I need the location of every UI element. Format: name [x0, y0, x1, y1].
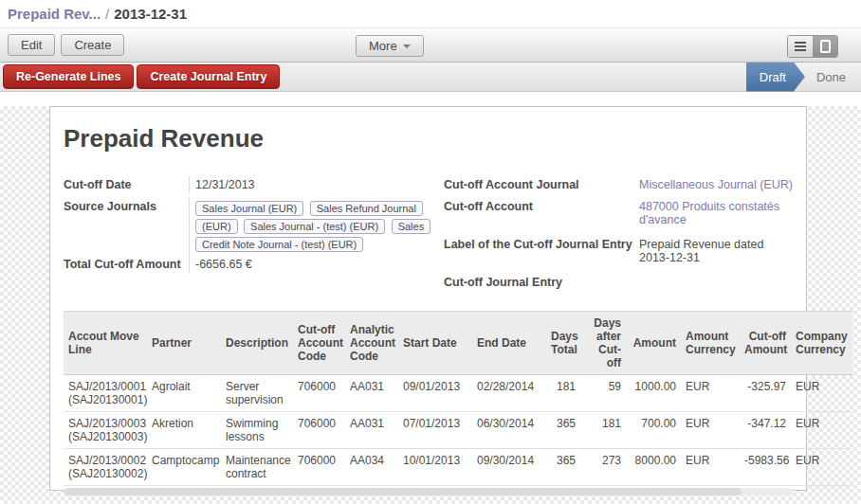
cutoff-account-journal-link[interactable]: Miscellaneous Journal (EUR): [639, 178, 793, 191]
cutoff-account-link[interactable]: 487000 Produits constatés d'avance: [639, 200, 779, 226]
cell[interactable]: 700.00: [626, 412, 681, 449]
list-view-button[interactable]: [788, 36, 813, 57]
cell[interactable]: 09/01/2013: [398, 375, 472, 412]
table-row[interactable]: SAJ/2013/0003 (SAJ20130003) Akretion Swi…: [64, 412, 852, 449]
form-group-left: Cut-off Date 12/31/2013 Source Journals …: [64, 176, 444, 296]
cutoff-account-label: Cut-off Account: [444, 198, 633, 213]
edit-button[interactable]: Edit: [8, 34, 55, 56]
form-view-button[interactable]: [813, 36, 837, 57]
cell[interactable]: -347.12: [740, 412, 791, 449]
cell[interactable]: 02/28/2014: [472, 375, 546, 412]
breadcrumb: Prepaid Rev... / 2013-12-31: [0, 0, 861, 27]
cell[interactable]: EUR: [791, 412, 852, 449]
create-button[interactable]: Create: [61, 34, 124, 56]
scrollbar-thumb[interactable]: [64, 488, 742, 495]
regenerate-lines-button[interactable]: Re-Generate Lines: [3, 64, 134, 89]
col-days-after-cutoff[interactable]: Days after Cut-off: [580, 312, 626, 375]
col-cutoff-amount[interactable]: Cut-off Amount: [740, 312, 791, 375]
breadcrumb-current: 2013-12-31: [114, 6, 187, 22]
stage-done[interactable]: Done: [805, 63, 861, 92]
cutoff-account-journal-label: Cut-off Account Journal: [444, 176, 633, 191]
toolbar: Edit Create More: [0, 27, 861, 63]
cell[interactable]: EUR: [791, 375, 852, 412]
entry-label-value: Prepaid Revenue dated 2013-12-31: [633, 236, 793, 266]
cell[interactable]: 59: [580, 375, 626, 412]
cell[interactable]: AA034: [345, 449, 398, 486]
cell[interactable]: 181: [580, 412, 626, 449]
cutoff-date-value: 12/31/2013: [189, 176, 444, 193]
col-end-date[interactable]: End Date: [472, 312, 546, 375]
cell[interactable]: 273: [580, 449, 626, 486]
cell[interactable]: 365: [546, 412, 580, 449]
more-dropdown-button[interactable]: More: [356, 35, 424, 57]
cell[interactable]: 706000: [293, 449, 345, 486]
cutoff-lines-table: Accout Move Line Partner Description Cut…: [64, 311, 793, 495]
journal-tag-list: Sales Journal (EUR) Sales Refund Journal…: [195, 202, 433, 251]
cell[interactable]: SAJ/2013/0002 (SAJ20130002): [64, 449, 147, 486]
stage-draft[interactable]: Draft: [746, 63, 805, 92]
create-journal-entry-button[interactable]: Create Journal Entry: [137, 64, 280, 89]
list-icon: [795, 42, 806, 51]
col-description[interactable]: Description: [221, 312, 293, 375]
cell[interactable]: Akretion: [147, 412, 221, 449]
cell[interactable]: -325.97: [740, 375, 791, 412]
field-source-journals: Source Journals Sales Journal (EUR) Sale…: [64, 198, 444, 256]
cell[interactable]: 09/30/2014: [472, 449, 546, 486]
cutoff-account-journal-value: Miscellaneous Journal (EUR): [633, 176, 793, 193]
col-start-date[interactable]: Start Date: [398, 312, 472, 375]
cell[interactable]: EUR: [681, 412, 740, 449]
form-icon: [820, 40, 831, 53]
col-analytic-account-code[interactable]: Analytic Account Code: [345, 312, 398, 375]
cell[interactable]: 365: [546, 449, 580, 486]
entry-label-label: Label of the Cut-off Journal Entry: [444, 236, 633, 251]
horizontal-scrollbar[interactable]: [64, 488, 793, 495]
form-sheet: Prepaid Revenue Cut-off Date 12/31/2013 …: [49, 106, 807, 491]
field-entry-label: Label of the Cut-off Journal Entry Prepa…: [444, 236, 793, 266]
col-account-move-line[interactable]: Accout Move Line: [64, 312, 147, 375]
col-company-currency[interactable]: Company Currency: [791, 312, 852, 375]
col-amount-currency[interactable]: Amount Currency: [681, 312, 740, 375]
field-total-cutoff-amount: Total Cut-off Amount -6656.65 €: [64, 256, 444, 278]
more-label: More: [369, 39, 397, 53]
cell[interactable]: 181: [546, 375, 580, 412]
field-cutoff-account: Cut-off Account 487000 Produits constaté…: [444, 198, 793, 228]
action-statusbar: Re-Generate Lines Create Journal Entry D…: [0, 63, 861, 92]
cell[interactable]: 706000: [293, 412, 345, 449]
cell[interactable]: Agrolait: [147, 375, 221, 412]
cell[interactable]: 06/30/2014: [472, 412, 546, 449]
field-cutoff-journal-entry: Cut-off Journal Entry: [444, 274, 793, 296]
col-partner[interactable]: Partner: [147, 312, 221, 375]
cell[interactable]: SAJ/2013/0003 (SAJ20130003): [64, 412, 147, 449]
cell[interactable]: -5983.56: [740, 449, 791, 486]
form-group-right: Cut-off Account Journal Miscellaneous Jo…: [444, 176, 793, 296]
field-cutoff-date: Cut-off Date 12/31/2013: [64, 176, 444, 198]
col-cutoff-account-code[interactable]: Cut-off Account Code: [293, 312, 345, 375]
table-row[interactable]: SAJ/2013/0001 (SAJ20130001) Agrolait Ser…: [64, 375, 852, 412]
col-amount[interactable]: Amount: [626, 312, 681, 375]
cutoff-journal-entry-label: Cut-off Journal Entry: [444, 274, 633, 289]
cutoff-journal-entry-value: [633, 274, 793, 278]
chevron-down-icon: [403, 45, 411, 48]
col-days-total[interactable]: Days Total: [546, 312, 580, 375]
cell[interactable]: EUR: [681, 449, 740, 486]
cell[interactable]: 1000.00: [626, 375, 681, 412]
table-row[interactable]: SAJ/2013/0002 (SAJ20130002) Camptocamp M…: [64, 449, 852, 486]
cell[interactable]: Swimming lessons: [221, 412, 293, 449]
total-cutoff-amount-label: Total Cut-off Amount: [64, 256, 189, 271]
journal-tag: Sales Journal (EUR): [195, 201, 303, 216]
breadcrumb-parent-link[interactable]: Prepaid Rev...: [8, 6, 101, 22]
cell[interactable]: 10/01/2013: [398, 449, 472, 486]
cell[interactable]: 706000: [293, 375, 345, 412]
cell[interactable]: EUR: [681, 375, 740, 412]
cell[interactable]: Server supervision: [221, 375, 293, 412]
cell[interactable]: 07/01/2013: [398, 412, 472, 449]
cell[interactable]: AA031: [345, 412, 398, 449]
cell[interactable]: Maintenance contract: [221, 449, 293, 486]
cell[interactable]: 8000.00: [626, 449, 681, 486]
content-background: Prepaid Revenue Cut-off Date 12/31/2013 …: [0, 106, 861, 504]
cell[interactable]: Camptocamp: [147, 449, 221, 486]
cell[interactable]: AA031: [345, 375, 398, 412]
cell[interactable]: EUR: [791, 449, 852, 486]
cell[interactable]: SAJ/2013/0001 (SAJ20130001): [64, 375, 147, 412]
cutoff-date-label: Cut-off Date: [64, 176, 189, 191]
